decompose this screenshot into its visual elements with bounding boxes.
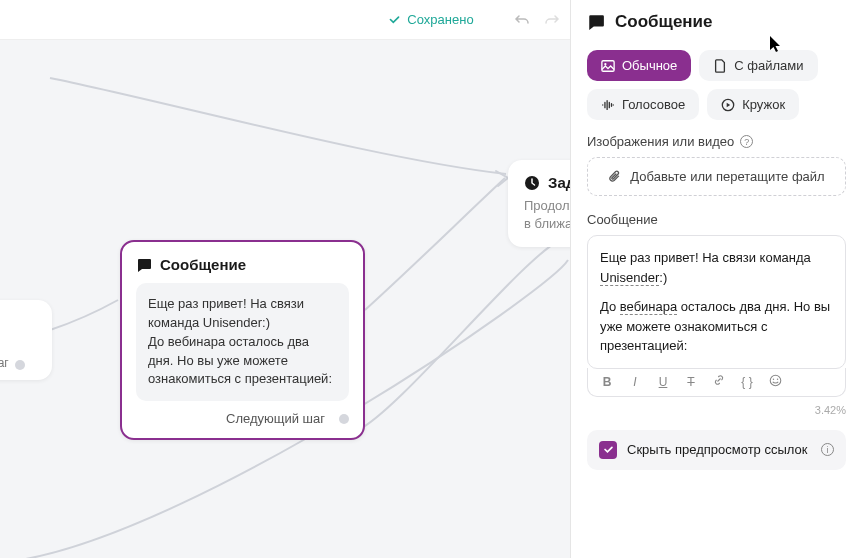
paperclip-icon bbox=[608, 170, 622, 184]
delay-sub2: в ближа bbox=[524, 215, 570, 233]
undo-icon bbox=[514, 12, 530, 28]
tab-files-label: С файлами bbox=[734, 58, 803, 73]
previous-step-label: й шаг bbox=[0, 356, 9, 370]
editor-toolbar: B I U T { } bbox=[587, 368, 846, 397]
char-count: 3.42% bbox=[587, 404, 846, 416]
upload-label: Добавьте или перетащите файл bbox=[630, 169, 824, 184]
file-icon bbox=[713, 59, 727, 73]
tab-regular-label: Обычное bbox=[622, 58, 677, 73]
redo-icon bbox=[544, 12, 560, 28]
info-icon[interactable]: i bbox=[821, 443, 834, 456]
svg-rect-1 bbox=[602, 60, 614, 71]
message-editor[interactable]: Еще раз привет! На связи команда Unisend… bbox=[587, 235, 846, 369]
message-node[interactable]: Сообщение Еще раз привет! На связи коман… bbox=[120, 240, 365, 440]
emoji-icon bbox=[769, 374, 782, 387]
node-output-dot[interactable] bbox=[339, 414, 349, 424]
message-node-header: Сообщение bbox=[136, 256, 349, 273]
canvas[interactable]: й шаг Сообщение Еще раз привет! На связи… bbox=[0, 40, 570, 558]
hide-preview-checkbox[interactable] bbox=[599, 441, 617, 459]
delay-node[interactable]: Зад Продолж в ближа bbox=[508, 160, 570, 247]
tab-files[interactable]: С файлами bbox=[699, 50, 817, 81]
delay-node-header: Зад bbox=[524, 174, 570, 191]
sidebar-header: Сообщение bbox=[587, 12, 846, 32]
message-body-line2: До вебинара осталось два дня. Но вы уже … bbox=[148, 333, 337, 390]
upload-button[interactable]: Добавьте или перетащите файл bbox=[587, 157, 846, 196]
check-icon bbox=[388, 13, 401, 26]
sidebar: Сообщение Обычное С файлами Голосовое Кр… bbox=[570, 0, 862, 558]
media-label-text: Изображения или видео bbox=[587, 134, 734, 149]
tab-voice[interactable]: Голосовое bbox=[587, 89, 699, 120]
code-button[interactable]: { } bbox=[738, 375, 756, 389]
tab-circle-label: Кружок bbox=[742, 97, 785, 112]
delay-node-title: Зад bbox=[548, 174, 570, 191]
image-icon bbox=[601, 59, 615, 73]
svg-point-2 bbox=[604, 63, 606, 65]
save-status-text: Сохранено bbox=[407, 12, 473, 27]
help-icon[interactable]: ? bbox=[740, 135, 753, 148]
editor-p2: До вебинара осталось два дня. Но вы уже … bbox=[600, 297, 833, 356]
checkmark-icon bbox=[603, 444, 614, 455]
message-type-tabs: Обычное С файлами Голосовое Кружок bbox=[587, 50, 846, 120]
link-button[interactable] bbox=[710, 374, 728, 389]
svg-point-5 bbox=[772, 378, 773, 379]
tab-circle[interactable]: Кружок bbox=[707, 89, 799, 120]
editor-p1: Еще раз привет! На связи команда Unisend… bbox=[600, 248, 833, 287]
play-circle-icon bbox=[721, 98, 735, 112]
svg-point-4 bbox=[770, 375, 781, 386]
strikethrough-button[interactable]: T bbox=[682, 375, 700, 389]
undo-button[interactable] bbox=[512, 10, 532, 30]
save-status: Сохранено bbox=[388, 12, 473, 27]
italic-button[interactable]: I bbox=[626, 375, 644, 389]
bold-button[interactable]: B bbox=[598, 375, 616, 389]
emoji-button[interactable] bbox=[766, 374, 784, 390]
previous-step-node[interactable]: й шаг bbox=[0, 300, 52, 380]
delay-sub1: Продолж bbox=[524, 197, 570, 215]
node-output-dot[interactable] bbox=[15, 360, 25, 370]
hide-preview-row[interactable]: Скрыть предпросмотр ссылок i bbox=[587, 430, 846, 470]
sidebar-title: Сообщение bbox=[615, 12, 713, 32]
message-icon bbox=[136, 257, 152, 273]
clock-icon bbox=[524, 175, 540, 191]
media-section-label: Изображения или видео ? bbox=[587, 134, 846, 149]
redo-button[interactable] bbox=[542, 10, 562, 30]
next-step-row[interactable]: Следующий шаг bbox=[136, 411, 349, 426]
editor-dotted-2: вебинара bbox=[620, 299, 677, 315]
message-body-line1: Еще раз привет! На связи команда Unisend… bbox=[148, 295, 337, 333]
underline-button[interactable]: U bbox=[654, 375, 672, 389]
message-node-title: Сообщение bbox=[160, 256, 246, 273]
next-step-label: Следующий шаг bbox=[226, 411, 325, 426]
tab-voice-label: Голосовое bbox=[622, 97, 685, 112]
editor-dotted-1: Unisender bbox=[600, 270, 659, 286]
link-icon bbox=[713, 374, 725, 386]
message-icon bbox=[587, 13, 605, 31]
tab-regular[interactable]: Обычное bbox=[587, 50, 691, 81]
message-node-body: Еще раз привет! На связи команда Unisend… bbox=[136, 283, 349, 401]
waveform-icon bbox=[601, 98, 615, 112]
message-label-text: Сообщение bbox=[587, 212, 658, 227]
hide-preview-label: Скрыть предпросмотр ссылок bbox=[627, 442, 807, 457]
svg-point-6 bbox=[776, 378, 777, 379]
message-section-label: Сообщение bbox=[587, 212, 846, 227]
